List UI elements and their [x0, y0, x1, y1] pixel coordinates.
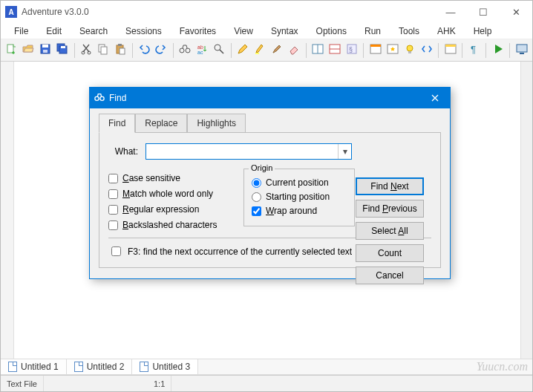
replace-icon: abac	[196, 43, 208, 57]
menu-options[interactable]: Options	[307, 24, 356, 39]
eraser-icon	[288, 43, 300, 57]
document-tab-label: Untitled 1	[21, 362, 59, 372]
pencil-button[interactable]	[235, 42, 251, 59]
find-dialog-titlebar[interactable]: Find	[90, 88, 450, 108]
svg-point-29	[407, 45, 413, 51]
replace-button[interactable]: abac	[194, 42, 210, 59]
copy-button[interactable]	[96, 42, 111, 59]
menu-search[interactable]: Search	[71, 24, 117, 39]
svg-rect-30	[408, 51, 411, 53]
find-button[interactable]	[177, 42, 193, 59]
toolbar-separator	[306, 43, 307, 58]
svg-rect-32	[445, 45, 456, 47]
pencil-icon	[237, 43, 249, 57]
save-button[interactable]	[38, 42, 53, 59]
search-files-button[interactable]	[212, 42, 227, 59]
find-icon	[179, 43, 191, 57]
vertical-scrollbar[interactable]	[520, 62, 532, 359]
what-label: What:	[108, 146, 138, 157]
what-input[interactable]	[146, 144, 338, 159]
toolbar-separator	[173, 43, 174, 58]
paste-button[interactable]	[113, 42, 128, 59]
count-button[interactable]: Count	[356, 244, 424, 262]
brush-button[interactable]	[269, 42, 285, 59]
whole-word-checkbox[interactable]	[108, 189, 118, 199]
origin-current-radio[interactable]	[252, 178, 261, 188]
document-tab[interactable]: Untitled 1	[1, 359, 67, 374]
cut-icon	[80, 43, 92, 57]
origin-start-radio[interactable]	[252, 192, 261, 202]
toolbar-separator	[438, 43, 439, 58]
run-button[interactable]	[490, 42, 506, 59]
document-tab[interactable]: Untitled 2	[67, 359, 133, 374]
find-dialog-title: Find	[109, 93, 126, 103]
find-dialog-close-button[interactable]	[420, 88, 450, 108]
menu-ahk[interactable]: AHK	[428, 24, 465, 39]
find-next-button[interactable]: Find Next	[356, 177, 424, 195]
tab-highlights[interactable]: Highlights	[187, 114, 246, 133]
case-sensitive-label: Case sensitive	[122, 173, 180, 183]
select-all-button[interactable]: Select All	[356, 222, 424, 240]
panel-star-button[interactable]	[385, 42, 400, 59]
close-window-button[interactable]: ✕	[500, 1, 532, 23]
cut-button[interactable]	[79, 42, 94, 59]
save-all-button[interactable]	[55, 42, 71, 59]
open-button[interactable]	[21, 42, 36, 59]
cancel-button[interactable]: Cancel	[356, 267, 424, 284]
panel-app-button[interactable]	[367, 42, 383, 59]
menu-edit[interactable]: Edit	[37, 24, 71, 39]
regex-checkbox[interactable]	[108, 205, 118, 215]
backslash-checkbox[interactable]	[108, 220, 118, 230]
menu-favorites[interactable]: Favorites	[171, 24, 225, 39]
document-tab[interactable]: Untitled 3	[132, 359, 198, 374]
menu-tools[interactable]: Tools	[390, 24, 428, 39]
case-sensitive-checkbox[interactable]	[108, 174, 118, 183]
wrap-around-label: Wrap around	[266, 206, 317, 216]
menu-file[interactable]: File	[5, 24, 37, 39]
monitor-icon	[516, 43, 528, 57]
tab-replace[interactable]: Replace	[135, 114, 187, 133]
menu-syntax[interactable]: Syntax	[262, 24, 307, 39]
ruler-button[interactable]	[327, 42, 343, 59]
minimize-button[interactable]: —	[434, 1, 467, 23]
monitor-button[interactable]	[514, 42, 529, 59]
status-bar: Text File 1:1	[1, 375, 532, 391]
save-all-icon	[56, 43, 68, 57]
menu-sessions[interactable]: Sessions	[117, 24, 171, 39]
para-button[interactable]: ¶	[466, 42, 482, 59]
menu-view[interactable]: View	[225, 24, 262, 39]
status-filetype: Text File	[1, 376, 44, 391]
what-dropdown-button[interactable]: ▾	[338, 144, 351, 159]
toolbar-separator	[462, 43, 462, 58]
para-icon: ¶	[468, 43, 480, 57]
svg-rect-0	[7, 45, 13, 53]
app-icon: A	[5, 6, 17, 18]
highlighter-button[interactable]	[252, 42, 268, 59]
panel-star-icon	[387, 43, 399, 57]
new-button[interactable]	[4, 42, 19, 59]
maximize-button[interactable]: ☐	[467, 1, 500, 23]
gutter	[1, 62, 14, 359]
special-icon: §	[346, 43, 358, 57]
menu-run[interactable]: Run	[356, 24, 390, 39]
menu-help[interactable]: Help	[465, 24, 501, 39]
svg-rect-2	[42, 45, 48, 48]
wrap-around-checkbox[interactable]	[252, 206, 261, 216]
undo-button[interactable]	[137, 42, 152, 59]
svg-point-18	[215, 45, 220, 50]
eraser-button[interactable]	[287, 42, 302, 59]
code-button[interactable]	[419, 42, 434, 59]
bulb-button[interactable]	[402, 42, 417, 59]
highlighter-icon	[254, 43, 266, 57]
open-icon	[22, 43, 34, 57]
f3-checkbox[interactable]	[111, 246, 121, 256]
toolbar-separator	[132, 43, 133, 58]
svg-text:ab: ab	[197, 45, 203, 50]
special-button[interactable]: §	[344, 42, 359, 59]
panel-win-button[interactable]	[442, 42, 458, 59]
split-h-button[interactable]	[310, 42, 326, 59]
tab-find[interactable]: Find	[99, 114, 135, 133]
redo-button[interactable]	[154, 42, 169, 59]
find-previous-button[interactable]: Find Previous	[356, 200, 424, 218]
undo-icon	[138, 43, 150, 57]
